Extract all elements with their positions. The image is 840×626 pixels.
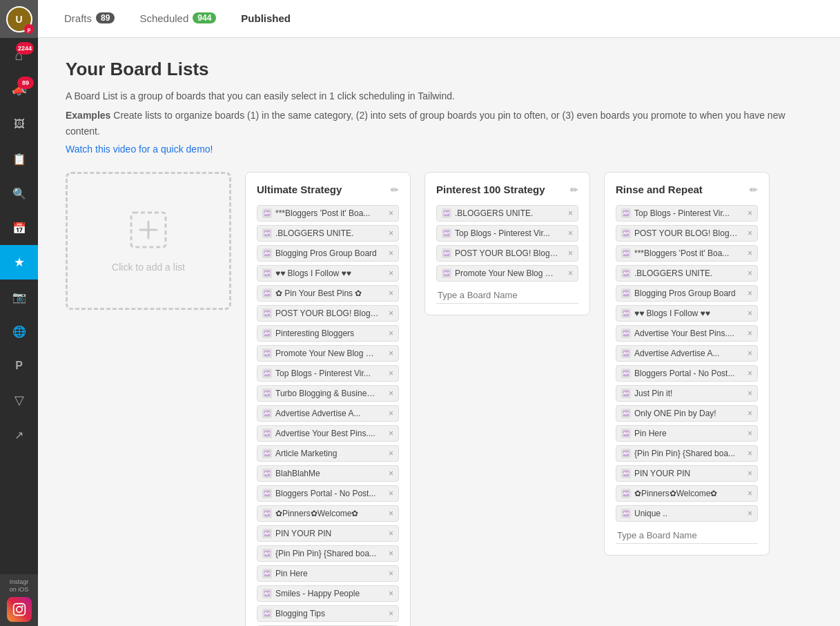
board-tag-remove[interactable]: ×: [389, 349, 393, 358]
tab-scheduled-label: Scheduled: [139, 12, 188, 24]
board-tag-remove[interactable]: ×: [748, 369, 752, 378]
sidebar-item-filter[interactable]: ▽: [0, 383, 38, 418]
sidebar-item-search[interactable]: 🔍: [0, 176, 38, 211]
board-tag-remove[interactable]: ×: [748, 389, 752, 398]
board-tag-remove[interactable]: ×: [389, 469, 393, 478]
board-tag-icon: [621, 409, 631, 418]
board-tag-remove[interactable]: ×: [748, 429, 752, 438]
board-tag-label: Advertise Your Best Pins....: [634, 329, 734, 338]
board-tag: Blogging Pros Group Board×: [257, 245, 399, 262]
board-tag-icon: [262, 228, 272, 238]
board-list-title-pinterest100: Pinterest 100 Strategy: [436, 184, 545, 195]
sidebar-item-instagram[interactable]: 📷: [0, 280, 38, 314]
board-tag-remove[interactable]: ×: [389, 269, 393, 277]
examples-label: Examples: [66, 110, 110, 121]
board-tag-remove[interactable]: ×: [748, 489, 752, 498]
board-tag-label: Blogging Pros Group Board: [634, 288, 736, 298]
board-tag: Pin Here×: [257, 565, 399, 582]
board-tag-remove[interactable]: ×: [568, 229, 573, 237]
sidebar-item-pinterest[interactable]: P: [0, 349, 38, 383]
board-tag-label: POST YOUR BLOG! Bloggers...: [455, 248, 558, 258]
board-tag-remove[interactable]: ×: [748, 249, 752, 257]
board-tag-remove[interactable]: ×: [389, 229, 393, 237]
board-tag-remove[interactable]: ×: [389, 209, 393, 217]
board-tag-remove[interactable]: ×: [389, 449, 393, 458]
board-tag-remove[interactable]: ×: [389, 249, 393, 257]
board-tag-remove[interactable]: ×: [389, 509, 393, 518]
board-tag-remove[interactable]: ×: [389, 429, 393, 438]
board-tag-remove[interactable]: ×: [389, 409, 393, 418]
board-tag-remove[interactable]: ×: [748, 309, 752, 317]
demo-link[interactable]: Watch this video for a quick demo!: [66, 144, 213, 155]
sidebar-item-calendar[interactable]: 📅: [0, 211, 38, 245]
board-tag-remove[interactable]: ×: [389, 589, 393, 598]
board-tag-remove[interactable]: ×: [748, 509, 752, 518]
board-tag-remove[interactable]: ×: [748, 229, 752, 237]
board-tag-label: Advertise Advertise A...: [275, 409, 360, 418]
board-tag-remove[interactable]: ×: [748, 349, 752, 358]
board-tag-remove[interactable]: ×: [389, 289, 393, 297]
board-tag-icon: [442, 248, 451, 258]
edit-icon-rinse[interactable]: ✏: [750, 184, 758, 195]
edit-icon-ultimate[interactable]: ✏: [391, 184, 399, 195]
top-tabs: Drafts 89 Scheduled 944 Published: [38, 0, 840, 38]
board-tag-remove[interactable]: ×: [389, 389, 393, 398]
board-tag-remove[interactable]: ×: [748, 409, 752, 418]
board-tag: Only ONE Pin by Day!×: [616, 405, 758, 422]
sidebar-item-home[interactable]: ⌂: [0, 38, 38, 72]
board-tag-icon: [262, 449, 272, 458]
board-tag-icon: [262, 288, 272, 298]
board-tag-remove[interactable]: ×: [748, 449, 752, 458]
board-tag: Blogging Pros Group Board×: [616, 285, 758, 302]
board-tag-label: ✿Pinners✿Welcome✿: [275, 509, 358, 518]
tab-scheduled-badge: 944: [193, 12, 216, 23]
board-tag-remove[interactable]: ×: [568, 249, 573, 257]
board-tag-remove[interactable]: ×: [748, 209, 752, 217]
board-tag-remove[interactable]: ×: [748, 469, 752, 478]
svg-point-2: [21, 605, 23, 607]
board-tag-icon: [621, 469, 631, 478]
board-tag-remove[interactable]: ×: [748, 289, 752, 297]
sidebar-item-globe[interactable]: 🌐: [0, 314, 38, 349]
board-tag-icon: [262, 549, 272, 558]
edit-icon-pinterest100[interactable]: ✏: [570, 184, 578, 195]
board-input-pinterest100[interactable]: [436, 287, 578, 304]
tab-scheduled[interactable]: Scheduled 944: [127, 1, 228, 37]
sidebar: U p ⌂ 📣 🖼 📋 🔍 📅 ★ 📷 🌐 P ▽ ↗ Instagr on i…: [0, 0, 38, 626]
avatar[interactable]: U p: [0, 0, 38, 38]
board-tag: PIN YOUR PIN×: [616, 465, 758, 482]
board-tag-remove[interactable]: ×: [389, 529, 393, 538]
board-tag-remove[interactable]: ×: [389, 309, 393, 317]
sidebar-item-images[interactable]: 🖼: [0, 107, 38, 141]
board-tag: ♥♥ Blogs I Follow ♥♥×: [257, 265, 399, 282]
board-tag-remove[interactable]: ×: [568, 269, 573, 277]
add-list-placeholder[interactable]: Click to add a list: [66, 172, 231, 310]
board-tag: ***Bloggers 'Post it' Boa...×: [257, 205, 399, 222]
board-tag-remove[interactable]: ×: [389, 329, 393, 338]
sidebar-item-analytics[interactable]: ↗: [0, 418, 38, 452]
board-tag-remove[interactable]: ×: [389, 549, 393, 558]
board-tag-label: Top Blogs - Pinterest Vir...: [455, 228, 550, 238]
board-tag-remove[interactable]: ×: [748, 329, 752, 338]
board-tag-label: PIN YOUR PIN: [275, 529, 331, 538]
sidebar-item-notifications[interactable]: 📣: [0, 72, 38, 107]
board-tag: ✿Pinners✿Welcome✿×: [616, 485, 758, 502]
board-tag-remove[interactable]: ×: [389, 569, 393, 578]
instagram-promo[interactable]: Instagr on iOS: [0, 574, 38, 626]
board-tag-icon: [262, 349, 272, 358]
board-input-rinse[interactable]: [616, 527, 758, 544]
sidebar-item-clipboard[interactable]: 📋: [0, 141, 38, 176]
board-tag-icon: [262, 389, 272, 398]
board-tag-label: Article Marketing: [275, 449, 337, 458]
board-tag-remove[interactable]: ×: [748, 269, 752, 277]
board-tag-remove[interactable]: ×: [389, 609, 393, 618]
tab-published[interactable]: Published: [228, 1, 303, 37]
board-tag-remove[interactable]: ×: [389, 489, 393, 498]
board-tag-label: Blogging Pros Group Board: [275, 248, 377, 258]
board-tag-remove[interactable]: ×: [389, 369, 393, 378]
board-tags-pinterest100: .BLOGGERS UNITE.× Top Blogs - Pinterest …: [436, 205, 578, 282]
board-tag-remove[interactable]: ×: [568, 209, 573, 217]
page-description-examples: Examples Create lists to organize boards…: [66, 108, 812, 139]
tab-drafts[interactable]: Drafts 89: [52, 1, 127, 37]
sidebar-item-favorites[interactable]: ★: [0, 245, 38, 280]
